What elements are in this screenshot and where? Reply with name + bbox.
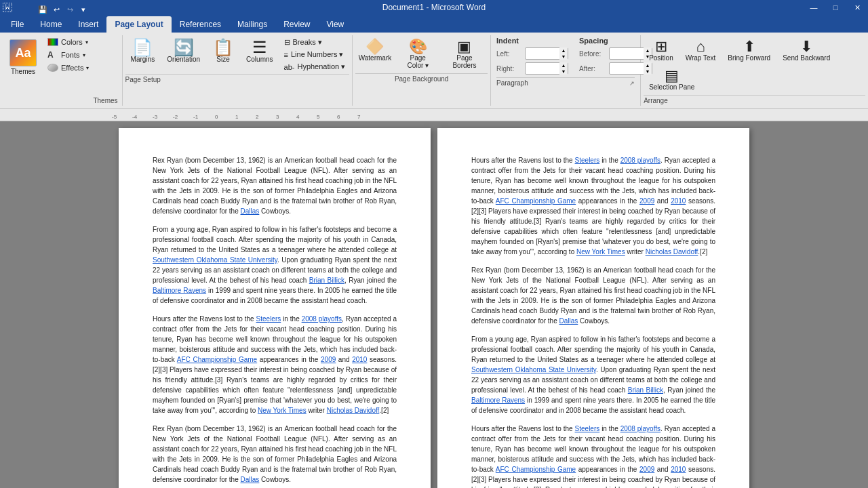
sosu-link-1[interactable]: Southwestern Oklahoma State University bbox=[153, 256, 277, 264]
steelers-link-r1[interactable]: Steelers bbox=[575, 157, 600, 164]
indent-right-field[interactable]: 0 cm bbox=[526, 64, 559, 73]
line-numbers-button[interactable]: ≡ Line Numbers ▾ bbox=[280, 49, 350, 60]
size-icon: 📋 bbox=[213, 39, 233, 56]
orientation-icon: 🔄 bbox=[174, 39, 194, 56]
fonts-button[interactable]: A Fonts ▾ bbox=[43, 49, 93, 61]
watermark-label: Watermark bbox=[359, 54, 392, 62]
spacing-after-field[interactable]: 10 pt bbox=[610, 64, 644, 73]
indent-left-down[interactable]: ▼ bbox=[559, 54, 568, 60]
window-controls: — □ ✕ bbox=[803, 0, 868, 15]
indent-right-up[interactable]: ▲ bbox=[559, 62, 568, 68]
colors-button[interactable]: Colors ▾ bbox=[43, 37, 93, 47]
tab-view[interactable]: View bbox=[318, 16, 352, 33]
margins-icon: 📄 bbox=[132, 39, 153, 56]
indent-right-spinner: ▲ ▼ bbox=[559, 62, 568, 75]
left-para-3: Hours after the Ravens lost to the Steel… bbox=[153, 314, 397, 415]
position-button[interactable]: ⊞ Position bbox=[644, 37, 679, 64]
qat-dropdown-button[interactable]: ▾ bbox=[77, 3, 90, 16]
2009-link-r2[interactable]: 2009 bbox=[639, 466, 654, 473]
ravens-link-1[interactable]: Baltimore Ravens bbox=[153, 287, 206, 294]
document-content-left: Rex Ryan (born December 13, 1962) is an … bbox=[153, 155, 397, 488]
dallas-link-2[interactable]: Dallas bbox=[241, 476, 260, 483]
afc-link-r1[interactable]: AFC Championship Game bbox=[496, 197, 576, 205]
svg-text:7: 7 bbox=[357, 114, 361, 120]
effects-button[interactable]: Effects ▾ bbox=[43, 62, 93, 73]
hyphenation-button[interactable]: ab- Hyphenation ▾ bbox=[280, 61, 350, 73]
themes-button[interactable]: Aa Themes bbox=[4, 37, 42, 78]
page-borders-label: Page Borders bbox=[447, 54, 482, 69]
redo-button[interactable]: ↪ bbox=[64, 3, 76, 16]
maximize-button[interactable]: □ bbox=[825, 0, 846, 15]
paragraph-dialog-launcher[interactable]: ↗ bbox=[629, 80, 635, 87]
indent-right-input[interactable]: 0 cm ▲ ▼ bbox=[525, 62, 568, 75]
afc-link-1[interactable]: AFC Championship Game bbox=[177, 356, 257, 363]
indent-right-label: Right: bbox=[496, 65, 522, 73]
2009-link-r1[interactable]: 2009 bbox=[639, 197, 654, 205]
2009-link[interactable]: 2009 bbox=[321, 356, 336, 363]
title-bar: 🇼 💾 ↩ ↪ ▾ Document1 - Microsoft Word — □… bbox=[0, 0, 868, 15]
tab-insert[interactable]: Insert bbox=[70, 16, 106, 33]
document-page-left[interactable]: Rex Ryan (born December 13, 1962) is an … bbox=[119, 128, 431, 488]
save-button[interactable]: 💾 bbox=[37, 3, 49, 16]
playoffs-link-1[interactable]: 2008 playoffs bbox=[302, 315, 342, 323]
steelers-link-r2[interactable]: Steelers bbox=[575, 425, 600, 432]
indent-right-down[interactable]: ▼ bbox=[559, 68, 568, 75]
tab-references[interactable]: References bbox=[172, 16, 229, 33]
davidoff-link-r1[interactable]: Nicholas Davidoff bbox=[646, 248, 698, 256]
spacing-before-label: Before: bbox=[579, 50, 606, 58]
fonts-dropdown-icon: ▾ bbox=[83, 52, 85, 58]
nyt-link-1[interactable]: New York Times bbox=[258, 407, 307, 414]
steelers-link-1[interactable]: Steelers bbox=[256, 315, 281, 323]
playoffs-link-r1[interactable]: 2008 playoffs bbox=[620, 157, 660, 164]
spacing-before-field[interactable]: 0 pt bbox=[610, 49, 644, 58]
indent-left-label: Left: bbox=[496, 50, 522, 58]
ravens-link-r1[interactable]: Baltimore Ravens bbox=[471, 396, 525, 404]
colors-dropdown-icon: ▾ bbox=[85, 39, 88, 45]
selection-pane-button[interactable]: ▤ Selection Pane bbox=[644, 66, 700, 94]
wrap-text-button[interactable]: ⌂ Wrap Text bbox=[680, 37, 722, 64]
2010-link[interactable]: 2010 bbox=[352, 356, 367, 363]
nyt-link-r1[interactable]: New York Times bbox=[576, 248, 625, 256]
tab-home[interactable]: Home bbox=[32, 16, 70, 33]
2010-link-r1[interactable]: 2010 bbox=[671, 197, 686, 205]
tab-review[interactable]: Review bbox=[275, 16, 318, 33]
billick-link-1[interactable]: Brian Billick bbox=[309, 277, 344, 284]
columns-button[interactable]: ☰ Columns bbox=[241, 37, 278, 73]
indent-right-row: Right: 0 cm ▲ ▼ bbox=[496, 62, 568, 75]
davidoff-link-1[interactable]: Nicholas Davidoff bbox=[327, 407, 380, 414]
columns-label: Columns bbox=[246, 56, 273, 63]
quick-access-toolbar: 💾 ↩ ↪ ▾ bbox=[37, 3, 90, 16]
minimize-button[interactable]: — bbox=[803, 0, 825, 15]
title-bar-left: 🇼 💾 ↩ ↪ ▾ bbox=[3, 2, 12, 13]
page-borders-button[interactable]: ▣ Page Borders bbox=[441, 37, 488, 72]
paragraph-group: Indent Left: 0 cm ▲ ▼ Right: 0 cm bbox=[491, 35, 641, 106]
2010-link-r2[interactable]: 2010 bbox=[671, 466, 686, 473]
tab-file[interactable]: File bbox=[3, 16, 32, 33]
effects-dropdown-icon: ▾ bbox=[86, 65, 89, 71]
tab-mailings[interactable]: Mailings bbox=[229, 16, 275, 33]
billick-link-r1[interactable]: Brian Billick bbox=[628, 386, 663, 394]
margins-button[interactable]: 📄 Margins bbox=[125, 37, 161, 73]
orientation-button[interactable]: 🔄 Orientation bbox=[161, 37, 205, 73]
send-backward-button[interactable]: ⬇ Send Backward bbox=[777, 37, 835, 64]
afc-link-r2[interactable]: AFC Championship Game bbox=[496, 466, 576, 473]
indent-left-field[interactable]: 0 cm bbox=[526, 49, 559, 58]
page-setup-group: 📄 Margins 🔄 Orientation 📋 Size ☰ Columns… bbox=[123, 35, 353, 106]
tab-page-layout[interactable]: Page Layout bbox=[106, 16, 171, 33]
size-button[interactable]: 📋 Size bbox=[207, 37, 239, 73]
document-page-right[interactable]: Hours after the Ravens lost to the Steel… bbox=[437, 128, 749, 488]
dallas-link-1[interactable]: Dallas bbox=[241, 207, 260, 215]
playoffs-link-r2[interactable]: 2008 playoffs bbox=[620, 425, 660, 432]
close-button[interactable]: ✕ bbox=[846, 0, 868, 15]
watermark-button[interactable]: 🔶 Watermark bbox=[355, 37, 394, 72]
indent-left-up[interactable]: ▲ bbox=[559, 47, 568, 54]
undo-button[interactable]: ↩ bbox=[50, 3, 62, 16]
breaks-button[interactable]: ⊟ Breaks ▾ bbox=[280, 37, 350, 48]
bring-forward-button[interactable]: ⬆ Bring Forward bbox=[722, 37, 776, 64]
sosu-link-r1[interactable]: Southwestern Oklahoma State University bbox=[471, 366, 596, 373]
page-color-label: Page Color ▾ bbox=[401, 54, 435, 69]
page-setup-buttons-row: 📄 Margins 🔄 Orientation 📋 Size ☰ Columns… bbox=[125, 37, 350, 73]
dallas-link-r1[interactable]: Dallas bbox=[559, 317, 578, 325]
page-color-button[interactable]: 🎨 Page Color ▾ bbox=[396, 37, 440, 72]
indent-left-input[interactable]: 0 cm ▲ ▼ bbox=[525, 47, 568, 60]
